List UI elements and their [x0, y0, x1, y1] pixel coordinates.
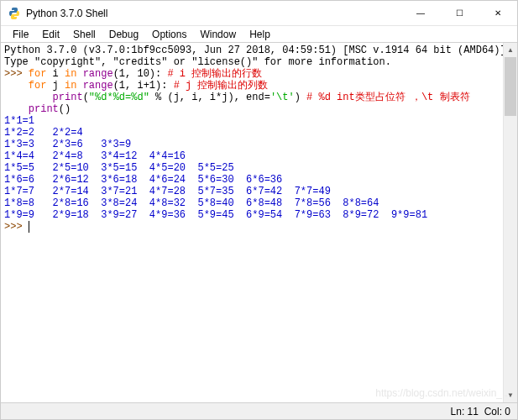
- close-button[interactable]: ✕: [479, 1, 517, 26]
- scroll-down-arrow[interactable]: ▼: [504, 388, 517, 402]
- scroll-up-arrow[interactable]: ▲: [504, 43, 517, 57]
- vertical-scrollbar[interactable]: ▲ ▼: [503, 43, 517, 402]
- menu-window[interactable]: Window: [193, 29, 243, 40]
- scrollbar-thumb[interactable]: [505, 57, 516, 116]
- menu-help[interactable]: Help: [243, 29, 277, 40]
- minimize-button[interactable]: —: [401, 1, 440, 26]
- maximize-button[interactable]: ☐: [440, 1, 479, 26]
- shell-editor[interactable]: Python 3.7.0 (v3.7.0:1bf9cc5093, Jun 27 …: [1, 43, 517, 404]
- status-col: Col: 0: [484, 406, 510, 417]
- title-left: Python 3.7.0 Shell: [8, 7, 107, 20]
- menu-edit[interactable]: Edit: [35, 29, 66, 40]
- menu-debug[interactable]: Debug: [102, 29, 145, 40]
- window-title: Python 3.7.0 Shell: [26, 8, 107, 19]
- status-line: Ln: 11: [451, 406, 479, 417]
- menu-file[interactable]: File: [6, 29, 35, 40]
- status-bar: Ln: 11 Col: 0: [1, 402, 517, 419]
- python-icon: [8, 7, 21, 20]
- menu-shell[interactable]: Shell: [66, 29, 102, 40]
- menu-bar: File Edit Shell Debug Options Window Hel…: [1, 26, 517, 43]
- window-controls: — ☐ ✕: [401, 1, 517, 26]
- title-bar: Python 3.7.0 Shell — ☐ ✕: [1, 1, 517, 26]
- menu-options[interactable]: Options: [145, 29, 193, 40]
